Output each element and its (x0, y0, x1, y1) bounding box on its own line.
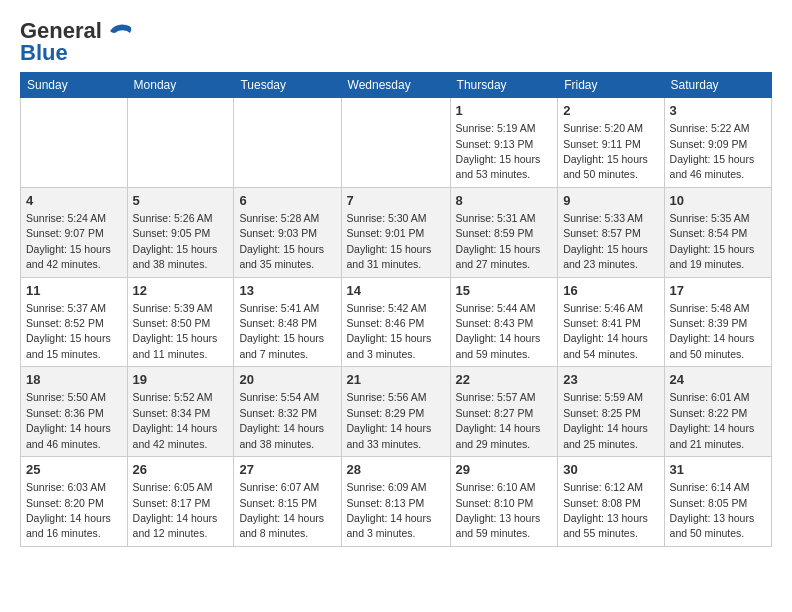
calendar-cell: 16Sunrise: 5:46 AM Sunset: 8:41 PM Dayli… (558, 277, 664, 367)
day-info: Sunrise: 5:59 AM Sunset: 8:25 PM Dayligh… (563, 391, 648, 449)
day-info: Sunrise: 5:56 AM Sunset: 8:29 PM Dayligh… (347, 391, 432, 449)
day-info: Sunrise: 5:28 AM Sunset: 9:03 PM Dayligh… (239, 212, 324, 270)
header: General Blue (20, 16, 772, 64)
day-number: 13 (239, 282, 335, 300)
calendar-week-2: 4Sunrise: 5:24 AM Sunset: 9:07 PM Daylig… (21, 187, 772, 277)
calendar-cell: 1Sunrise: 5:19 AM Sunset: 9:13 PM Daylig… (450, 98, 558, 188)
calendar-cell: 18Sunrise: 5:50 AM Sunset: 8:36 PM Dayli… (21, 367, 128, 457)
calendar-cell: 21Sunrise: 5:56 AM Sunset: 8:29 PM Dayli… (341, 367, 450, 457)
day-number: 8 (456, 192, 553, 210)
calendar-cell: 8Sunrise: 5:31 AM Sunset: 8:59 PM Daylig… (450, 187, 558, 277)
col-header-monday: Monday (127, 73, 234, 98)
day-number: 22 (456, 371, 553, 389)
calendar-header: SundayMondayTuesdayWednesdayThursdayFrid… (21, 73, 772, 98)
day-info: Sunrise: 5:33 AM Sunset: 8:57 PM Dayligh… (563, 212, 648, 270)
calendar-cell: 30Sunrise: 6:12 AM Sunset: 8:08 PM Dayli… (558, 457, 664, 547)
col-header-tuesday: Tuesday (234, 73, 341, 98)
day-info: Sunrise: 5:44 AM Sunset: 8:43 PM Dayligh… (456, 302, 541, 360)
day-info: Sunrise: 6:03 AM Sunset: 8:20 PM Dayligh… (26, 481, 111, 539)
day-info: Sunrise: 5:35 AM Sunset: 8:54 PM Dayligh… (670, 212, 755, 270)
day-info: Sunrise: 6:01 AM Sunset: 8:22 PM Dayligh… (670, 391, 755, 449)
logo-bird-icon (106, 21, 134, 41)
day-info: Sunrise: 5:39 AM Sunset: 8:50 PM Dayligh… (133, 302, 218, 360)
day-info: Sunrise: 6:14 AM Sunset: 8:05 PM Dayligh… (670, 481, 755, 539)
calendar-cell: 9Sunrise: 5:33 AM Sunset: 8:57 PM Daylig… (558, 187, 664, 277)
calendar-cell (234, 98, 341, 188)
day-info: Sunrise: 5:24 AM Sunset: 9:07 PM Dayligh… (26, 212, 111, 270)
calendar-cell: 20Sunrise: 5:54 AM Sunset: 8:32 PM Dayli… (234, 367, 341, 457)
logo: General Blue (20, 20, 134, 64)
col-header-sunday: Sunday (21, 73, 128, 98)
logo-blue-text: Blue (20, 40, 68, 65)
day-number: 4 (26, 192, 122, 210)
day-info: Sunrise: 5:30 AM Sunset: 9:01 PM Dayligh… (347, 212, 432, 270)
calendar-cell: 17Sunrise: 5:48 AM Sunset: 8:39 PM Dayli… (664, 277, 771, 367)
day-info: Sunrise: 5:31 AM Sunset: 8:59 PM Dayligh… (456, 212, 541, 270)
day-number: 19 (133, 371, 229, 389)
day-info: Sunrise: 5:54 AM Sunset: 8:32 PM Dayligh… (239, 391, 324, 449)
day-info: Sunrise: 5:46 AM Sunset: 8:41 PM Dayligh… (563, 302, 648, 360)
day-number: 23 (563, 371, 658, 389)
calendar-cell: 24Sunrise: 6:01 AM Sunset: 8:22 PM Dayli… (664, 367, 771, 457)
calendar-cell: 31Sunrise: 6:14 AM Sunset: 8:05 PM Dayli… (664, 457, 771, 547)
day-info: Sunrise: 5:26 AM Sunset: 9:05 PM Dayligh… (133, 212, 218, 270)
calendar-cell: 27Sunrise: 6:07 AM Sunset: 8:15 PM Dayli… (234, 457, 341, 547)
day-info: Sunrise: 5:57 AM Sunset: 8:27 PM Dayligh… (456, 391, 541, 449)
calendar-cell: 4Sunrise: 5:24 AM Sunset: 9:07 PM Daylig… (21, 187, 128, 277)
calendar-week-5: 25Sunrise: 6:03 AM Sunset: 8:20 PM Dayli… (21, 457, 772, 547)
day-number: 2 (563, 102, 658, 120)
day-number: 31 (670, 461, 766, 479)
day-info: Sunrise: 6:09 AM Sunset: 8:13 PM Dayligh… (347, 481, 432, 539)
calendar-cell (127, 98, 234, 188)
day-info: Sunrise: 5:42 AM Sunset: 8:46 PM Dayligh… (347, 302, 432, 360)
day-number: 12 (133, 282, 229, 300)
day-number: 11 (26, 282, 122, 300)
calendar-cell: 10Sunrise: 5:35 AM Sunset: 8:54 PM Dayli… (664, 187, 771, 277)
day-info: Sunrise: 6:05 AM Sunset: 8:17 PM Dayligh… (133, 481, 218, 539)
day-number: 17 (670, 282, 766, 300)
day-number: 9 (563, 192, 658, 210)
day-info: Sunrise: 5:37 AM Sunset: 8:52 PM Dayligh… (26, 302, 111, 360)
col-header-thursday: Thursday (450, 73, 558, 98)
calendar-cell: 7Sunrise: 5:30 AM Sunset: 9:01 PM Daylig… (341, 187, 450, 277)
day-number: 30 (563, 461, 658, 479)
day-info: Sunrise: 5:22 AM Sunset: 9:09 PM Dayligh… (670, 122, 755, 180)
calendar-cell: 12Sunrise: 5:39 AM Sunset: 8:50 PM Dayli… (127, 277, 234, 367)
col-header-friday: Friday (558, 73, 664, 98)
day-number: 14 (347, 282, 445, 300)
calendar-cell: 11Sunrise: 5:37 AM Sunset: 8:52 PM Dayli… (21, 277, 128, 367)
day-number: 10 (670, 192, 766, 210)
day-number: 3 (670, 102, 766, 120)
day-number: 29 (456, 461, 553, 479)
day-number: 5 (133, 192, 229, 210)
day-info: Sunrise: 6:10 AM Sunset: 8:10 PM Dayligh… (456, 481, 541, 539)
calendar-cell: 5Sunrise: 5:26 AM Sunset: 9:05 PM Daylig… (127, 187, 234, 277)
calendar-cell (341, 98, 450, 188)
day-number: 20 (239, 371, 335, 389)
day-info: Sunrise: 5:19 AM Sunset: 9:13 PM Dayligh… (456, 122, 541, 180)
day-info: Sunrise: 6:07 AM Sunset: 8:15 PM Dayligh… (239, 481, 324, 539)
calendar-cell: 14Sunrise: 5:42 AM Sunset: 8:46 PM Dayli… (341, 277, 450, 367)
col-header-saturday: Saturday (664, 73, 771, 98)
day-info: Sunrise: 5:52 AM Sunset: 8:34 PM Dayligh… (133, 391, 218, 449)
col-header-wednesday: Wednesday (341, 73, 450, 98)
calendar-cell: 26Sunrise: 6:05 AM Sunset: 8:17 PM Dayli… (127, 457, 234, 547)
calendar-cell: 19Sunrise: 5:52 AM Sunset: 8:34 PM Dayli… (127, 367, 234, 457)
day-number: 21 (347, 371, 445, 389)
calendar-week-4: 18Sunrise: 5:50 AM Sunset: 8:36 PM Dayli… (21, 367, 772, 457)
day-number: 16 (563, 282, 658, 300)
day-number: 28 (347, 461, 445, 479)
calendar-cell: 6Sunrise: 5:28 AM Sunset: 9:03 PM Daylig… (234, 187, 341, 277)
day-number: 26 (133, 461, 229, 479)
calendar-cell: 22Sunrise: 5:57 AM Sunset: 8:27 PM Dayli… (450, 367, 558, 457)
calendar-cell: 3Sunrise: 5:22 AM Sunset: 9:09 PM Daylig… (664, 98, 771, 188)
day-info: Sunrise: 5:20 AM Sunset: 9:11 PM Dayligh… (563, 122, 648, 180)
day-number: 27 (239, 461, 335, 479)
calendar-week-3: 11Sunrise: 5:37 AM Sunset: 8:52 PM Dayli… (21, 277, 772, 367)
calendar-week-1: 1Sunrise: 5:19 AM Sunset: 9:13 PM Daylig… (21, 98, 772, 188)
day-number: 15 (456, 282, 553, 300)
calendar-cell: 15Sunrise: 5:44 AM Sunset: 8:43 PM Dayli… (450, 277, 558, 367)
day-number: 6 (239, 192, 335, 210)
day-number: 24 (670, 371, 766, 389)
calendar-cell: 13Sunrise: 5:41 AM Sunset: 8:48 PM Dayli… (234, 277, 341, 367)
